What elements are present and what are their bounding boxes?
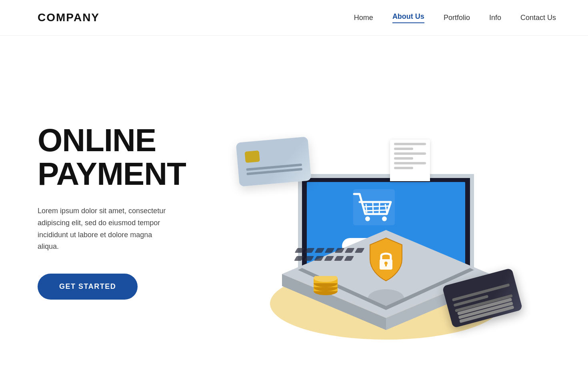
- shield-wrapper: [366, 236, 406, 286]
- receipt-line-2: [394, 148, 413, 150]
- nav: Home About Us Portfolio Info Contact Us: [354, 12, 556, 23]
- card-stripe-area: [452, 283, 514, 315]
- receipt-line-5: [394, 162, 426, 164]
- receipt-tail: [394, 172, 426, 181]
- receipt-line-1: [394, 143, 426, 145]
- receipt-line-6: [394, 167, 413, 169]
- coins: [310, 276, 342, 298]
- coins-icon: [310, 276, 342, 296]
- receipt-line-4: [394, 157, 413, 160]
- nav-about[interactable]: About Us: [392, 12, 424, 23]
- card-chip: [245, 150, 260, 163]
- hero-illustration: PAY NOW: [222, 60, 550, 364]
- svg-line-10: [364, 206, 389, 207]
- svg-line-11: [365, 210, 388, 211]
- hero-title: ONLINE PAYMENT: [38, 124, 206, 191]
- nav-portfolio[interactable]: Portfolio: [444, 14, 470, 22]
- svg-line-7: [373, 203, 373, 213]
- nav-info[interactable]: Info: [489, 14, 501, 22]
- hero-text: ONLINE PAYMENT Lorem ipsum dolor sit ame…: [38, 124, 206, 300]
- svg-rect-34: [385, 263, 387, 266]
- card-lines: [246, 164, 302, 177]
- receipt: [390, 140, 430, 181]
- get-started-button[interactable]: GET STARTED: [38, 274, 138, 300]
- svg-line-6: [366, 204, 367, 213]
- svg-line-8: [379, 202, 380, 213]
- logo: COMPANY: [38, 11, 100, 24]
- shield-icon: [366, 236, 406, 284]
- receipt-line-3: [394, 152, 426, 155]
- hero-section: ONLINE PAYMENT Lorem ipsum dolor sit ame…: [0, 36, 588, 364]
- hero-description: Lorem ipsum dolor sit amet, consectetur …: [38, 205, 174, 253]
- header: COMPANY Home About Us Portfolio Info Con…: [0, 0, 588, 36]
- nav-home[interactable]: Home: [354, 14, 373, 22]
- svg-point-4: [365, 216, 370, 221]
- svg-point-5: [382, 216, 387, 221]
- nav-contact[interactable]: Contact Us: [520, 14, 556, 22]
- credit-card-front: [236, 136, 312, 186]
